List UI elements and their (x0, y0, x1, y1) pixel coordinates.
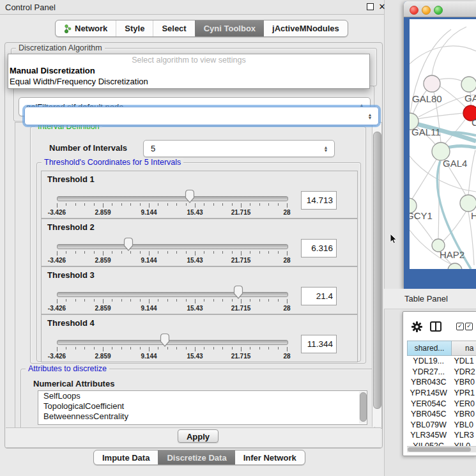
table-horizontal-scrollbar-thumb[interactable] (408, 447, 471, 452)
table-cell[interactable]: YDR2 (450, 367, 476, 376)
threshold-panel-3: Threshold 3 -3.4262.8599.14415.4321.7152… (41, 266, 358, 314)
table-cell[interactable]: YDL1 (450, 357, 476, 365)
threshold-value-field[interactable] (301, 191, 337, 210)
slider-track[interactable] (57, 244, 288, 249)
threshold-value-field[interactable] (301, 239, 337, 257)
settings-scroll-viewport: Interval Definition Number of Intervals … (15, 122, 382, 429)
table-cell[interactable]: YBL0 (450, 420, 476, 429)
table-row[interactable]: YER054CYER0 (407, 398, 476, 409)
settings-scrollbar-thumb[interactable] (373, 132, 381, 409)
table-cell[interactable]: YBR0 (450, 410, 476, 418)
settings-scrollbar[interactable] (372, 123, 381, 427)
close-traffic-light-icon[interactable] (410, 6, 418, 15)
network-node[interactable] (461, 77, 476, 92)
close-icon[interactable]: ✕ (378, 3, 387, 12)
column-header-name[interactable]: na (452, 341, 476, 356)
num-intervals-spinner[interactable]: 5 ▲▼ (143, 140, 335, 157)
split-columns-icon[interactable] (430, 321, 441, 332)
list-scrollbar[interactable] (359, 392, 366, 424)
tab-discretize-data[interactable]: Discretize Data (158, 450, 234, 464)
popup-item-manual-discretization[interactable]: Manual Discretization (8, 65, 369, 76)
table-row[interactable]: YLR345WYLR3 (407, 430, 476, 441)
column-header-shared-name[interactable]: shared... (407, 341, 452, 356)
network-canvas[interactable]: GAL80GACGAL11GAL4GCY1HHAP2 (410, 19, 476, 269)
attribute-list-item[interactable]: SelfLoops (38, 391, 367, 401)
attribute-list-item[interactable]: BetweennessCentrality (38, 411, 367, 422)
table-row[interactable]: YBR045CYBR0 (407, 409, 476, 420)
table-cell[interactable]: YER0 (450, 399, 476, 408)
table-cell[interactable]: YDL19... (407, 357, 450, 365)
partial-table-row[interactable]: YIL052C YIL0 (407, 441, 476, 446)
slider-tick (186, 299, 187, 302)
slider-tick-label: -3.426 (48, 257, 66, 264)
table-row[interactable]: YPR145WYPR1 (407, 388, 476, 399)
tab-jactivemnodules[interactable]: jActiveMNodules (264, 20, 348, 36)
float-window-icon[interactable] (365, 3, 374, 12)
slider-track[interactable] (57, 196, 288, 201)
gear-icon[interactable] (411, 321, 422, 332)
tab-network[interactable]: Network (56, 20, 116, 36)
table-cell[interactable]: YBR045C (407, 410, 450, 418)
list-scrollbar-thumb[interactable] (360, 392, 367, 422)
tab-impute-data[interactable]: Impute Data (94, 450, 158, 464)
slider-tick (75, 299, 76, 302)
select-columns-icon[interactable]: ✓ ✓ (456, 323, 473, 330)
table-cell[interactable]: YLR345W (407, 431, 450, 440)
table-row[interactable]: YBR043CYBR0 (407, 377, 476, 388)
threshold-slider[interactable]: -3.4262.8599.14415.4321.71528 (57, 284, 287, 312)
num-intervals-label: Number of Intervals (49, 143, 127, 153)
slider-tick (176, 299, 177, 302)
table-cell[interactable]: YIL052C (407, 441, 450, 446)
slider-tick (140, 251, 141, 254)
slider-tick (259, 347, 260, 349)
slider-ticks (57, 203, 287, 208)
table-row[interactable]: YBL079WYBL0 (407, 420, 476, 431)
slider-tick (149, 251, 150, 256)
zoom-traffic-light-icon[interactable] (434, 6, 443, 15)
numerical-attributes-list[interactable]: SelfLoopsTopologicalCoefficientBetweenne… (38, 390, 367, 425)
threshold-value-field[interactable] (301, 287, 337, 305)
attribute-list-item[interactable]: TopologicalCoefficient (38, 401, 367, 411)
table-cell[interactable]: YLR3 (450, 431, 476, 440)
slider-thumb[interactable] (232, 284, 245, 300)
tab-cyni-toolbox[interactable]: Cyni Toolbox (195, 20, 264, 36)
tab-infer-network[interactable]: Infer Network (235, 450, 305, 464)
table-cell[interactable]: YBL079W (407, 420, 450, 429)
threshold-slider[interactable]: -3.4262.8599.14415.4321.71528 (57, 188, 287, 216)
apply-button[interactable]: Apply (178, 429, 219, 443)
threshold-value-field[interactable] (301, 335, 337, 353)
table-row[interactable]: YDR27...YDR2 (407, 367, 476, 378)
minimize-traffic-light-icon[interactable] (422, 6, 431, 15)
tab-select[interactable]: Select (153, 20, 194, 36)
table-cell[interactable]: YIL0 (450, 441, 476, 446)
table-horizontal-scrollbar[interactable] (407, 446, 476, 452)
network-node[interactable] (424, 75, 440, 92)
table-cell[interactable]: YPR1 (450, 388, 476, 397)
slider-ticks (57, 251, 287, 256)
table-cell[interactable]: YBR043C (407, 378, 450, 387)
slider-track[interactable] (57, 340, 288, 345)
checkbox-icon: ✓ (465, 323, 473, 330)
slider-tick (250, 347, 250, 349)
table-cell[interactable]: YDR27... (407, 367, 450, 376)
table-row[interactable]: YDL19...YDL1 (407, 356, 476, 367)
slider-track[interactable] (57, 292, 288, 297)
slider-tick (57, 203, 58, 208)
slider-thumb[interactable] (158, 332, 171, 348)
slider-tick (121, 299, 122, 302)
network-window-titlebar[interactable] (404, 1, 476, 17)
threshold-slider[interactable]: -3.4262.8599.14415.4321.71528 (57, 332, 287, 360)
slider-thumb[interactable] (122, 236, 135, 252)
threshold-slider[interactable]: -3.4262.8599.14415.4321.71528 (57, 236, 287, 264)
tab-style[interactable]: Style (116, 20, 153, 36)
popup-item-equal-width-frequency[interactable]: Equal Width/Frequency Discretization (8, 76, 369, 87)
slider-tick-label: 15.43 (187, 353, 203, 360)
table-cell[interactable]: YPR145W (407, 388, 450, 397)
algorithm-combobox[interactable]: ▲▼ (24, 107, 379, 125)
network-edge (468, 150, 475, 195)
attributes-group: Attributes to discretize Numerical Attri… (20, 369, 375, 429)
table-cell[interactable]: YER054C (407, 399, 450, 408)
network-node[interactable] (460, 195, 476, 211)
slider-thumb[interactable] (183, 188, 196, 204)
table-cell[interactable]: YBR0 (450, 378, 476, 387)
